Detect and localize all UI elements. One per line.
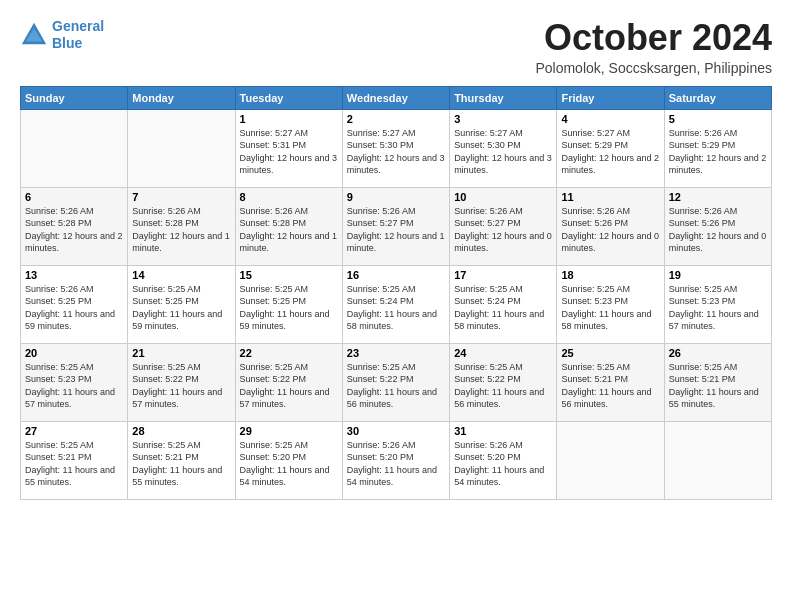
calendar-header-row: Sunday Monday Tuesday Wednesday Thursday… — [21, 86, 772, 109]
day-detail: Sunrise: 5:25 AM Sunset: 5:24 PM Dayligh… — [347, 283, 445, 333]
col-thursday: Thursday — [450, 86, 557, 109]
day-detail: Sunrise: 5:27 AM Sunset: 5:30 PM Dayligh… — [454, 127, 552, 177]
col-monday: Monday — [128, 86, 235, 109]
day-detail: Sunrise: 5:25 AM Sunset: 5:22 PM Dayligh… — [240, 361, 338, 411]
day-detail: Sunrise: 5:25 AM Sunset: 5:23 PM Dayligh… — [561, 283, 659, 333]
table-cell: 20Sunrise: 5:25 AM Sunset: 5:23 PM Dayli… — [21, 343, 128, 421]
day-number: 13 — [25, 269, 123, 281]
day-detail: Sunrise: 5:26 AM Sunset: 5:29 PM Dayligh… — [669, 127, 767, 177]
day-number: 31 — [454, 425, 552, 437]
table-cell: 19Sunrise: 5:25 AM Sunset: 5:23 PM Dayli… — [664, 265, 771, 343]
day-number: 9 — [347, 191, 445, 203]
location: Polomolok, Soccsksargen, Philippines — [535, 60, 772, 76]
month-title: October 2024 — [535, 18, 772, 58]
table-cell — [21, 109, 128, 187]
table-cell: 28Sunrise: 5:25 AM Sunset: 5:21 PM Dayli… — [128, 421, 235, 499]
table-cell — [557, 421, 664, 499]
logo: General Blue — [20, 18, 104, 52]
day-detail: Sunrise: 5:25 AM Sunset: 5:22 PM Dayligh… — [347, 361, 445, 411]
table-cell: 18Sunrise: 5:25 AM Sunset: 5:23 PM Dayli… — [557, 265, 664, 343]
title-block: October 2024 Polomolok, Soccsksargen, Ph… — [535, 18, 772, 76]
table-cell: 9Sunrise: 5:26 AM Sunset: 5:27 PM Daylig… — [342, 187, 449, 265]
table-cell: 2Sunrise: 5:27 AM Sunset: 5:30 PM Daylig… — [342, 109, 449, 187]
day-detail: Sunrise: 5:25 AM Sunset: 5:23 PM Dayligh… — [669, 283, 767, 333]
day-detail: Sunrise: 5:25 AM Sunset: 5:24 PM Dayligh… — [454, 283, 552, 333]
day-number: 22 — [240, 347, 338, 359]
day-detail: Sunrise: 5:25 AM Sunset: 5:21 PM Dayligh… — [132, 439, 230, 489]
page: General Blue October 2024 Polomolok, Soc… — [0, 0, 792, 510]
logo-text: General Blue — [52, 18, 104, 52]
table-cell: 14Sunrise: 5:25 AM Sunset: 5:25 PM Dayli… — [128, 265, 235, 343]
day-detail: Sunrise: 5:26 AM Sunset: 5:28 PM Dayligh… — [240, 205, 338, 255]
table-cell: 3Sunrise: 5:27 AM Sunset: 5:30 PM Daylig… — [450, 109, 557, 187]
table-cell: 10Sunrise: 5:26 AM Sunset: 5:27 PM Dayli… — [450, 187, 557, 265]
calendar: Sunday Monday Tuesday Wednesday Thursday… — [20, 86, 772, 500]
day-detail: Sunrise: 5:26 AM Sunset: 5:27 PM Dayligh… — [454, 205, 552, 255]
table-cell: 6Sunrise: 5:26 AM Sunset: 5:28 PM Daylig… — [21, 187, 128, 265]
day-number: 18 — [561, 269, 659, 281]
day-detail: Sunrise: 5:25 AM Sunset: 5:21 PM Dayligh… — [669, 361, 767, 411]
table-cell: 26Sunrise: 5:25 AM Sunset: 5:21 PM Dayli… — [664, 343, 771, 421]
table-cell — [664, 421, 771, 499]
day-detail: Sunrise: 5:26 AM Sunset: 5:28 PM Dayligh… — [132, 205, 230, 255]
header: General Blue October 2024 Polomolok, Soc… — [20, 18, 772, 76]
day-number: 20 — [25, 347, 123, 359]
day-number: 5 — [669, 113, 767, 125]
table-cell: 12Sunrise: 5:26 AM Sunset: 5:26 PM Dayli… — [664, 187, 771, 265]
day-number: 17 — [454, 269, 552, 281]
table-cell: 5Sunrise: 5:26 AM Sunset: 5:29 PM Daylig… — [664, 109, 771, 187]
col-saturday: Saturday — [664, 86, 771, 109]
day-number: 7 — [132, 191, 230, 203]
day-detail: Sunrise: 5:25 AM Sunset: 5:21 PM Dayligh… — [25, 439, 123, 489]
day-number: 24 — [454, 347, 552, 359]
day-detail: Sunrise: 5:27 AM Sunset: 5:30 PM Dayligh… — [347, 127, 445, 177]
day-number: 28 — [132, 425, 230, 437]
day-detail: Sunrise: 5:26 AM Sunset: 5:26 PM Dayligh… — [561, 205, 659, 255]
day-detail: Sunrise: 5:25 AM Sunset: 5:22 PM Dayligh… — [132, 361, 230, 411]
table-cell: 31Sunrise: 5:26 AM Sunset: 5:20 PM Dayli… — [450, 421, 557, 499]
day-detail: Sunrise: 5:26 AM Sunset: 5:20 PM Dayligh… — [454, 439, 552, 489]
day-number: 15 — [240, 269, 338, 281]
day-number: 23 — [347, 347, 445, 359]
table-cell: 27Sunrise: 5:25 AM Sunset: 5:21 PM Dayli… — [21, 421, 128, 499]
col-wednesday: Wednesday — [342, 86, 449, 109]
day-number: 26 — [669, 347, 767, 359]
logo-general: General — [52, 18, 104, 34]
day-number: 27 — [25, 425, 123, 437]
day-detail: Sunrise: 5:26 AM Sunset: 5:20 PM Dayligh… — [347, 439, 445, 489]
day-detail: Sunrise: 5:27 AM Sunset: 5:29 PM Dayligh… — [561, 127, 659, 177]
logo-icon — [20, 21, 48, 49]
day-number: 29 — [240, 425, 338, 437]
day-detail: Sunrise: 5:27 AM Sunset: 5:31 PM Dayligh… — [240, 127, 338, 177]
table-cell: 29Sunrise: 5:25 AM Sunset: 5:20 PM Dayli… — [235, 421, 342, 499]
day-number: 12 — [669, 191, 767, 203]
table-cell: 24Sunrise: 5:25 AM Sunset: 5:22 PM Dayli… — [450, 343, 557, 421]
table-cell: 15Sunrise: 5:25 AM Sunset: 5:25 PM Dayli… — [235, 265, 342, 343]
day-number: 2 — [347, 113, 445, 125]
table-cell: 30Sunrise: 5:26 AM Sunset: 5:20 PM Dayli… — [342, 421, 449, 499]
day-number: 8 — [240, 191, 338, 203]
day-detail: Sunrise: 5:25 AM Sunset: 5:25 PM Dayligh… — [240, 283, 338, 333]
day-detail: Sunrise: 5:26 AM Sunset: 5:28 PM Dayligh… — [25, 205, 123, 255]
day-number: 25 — [561, 347, 659, 359]
table-cell — [128, 109, 235, 187]
table-cell: 1Sunrise: 5:27 AM Sunset: 5:31 PM Daylig… — [235, 109, 342, 187]
day-detail: Sunrise: 5:25 AM Sunset: 5:22 PM Dayligh… — [454, 361, 552, 411]
day-detail: Sunrise: 5:25 AM Sunset: 5:20 PM Dayligh… — [240, 439, 338, 489]
day-detail: Sunrise: 5:26 AM Sunset: 5:27 PM Dayligh… — [347, 205, 445, 255]
table-cell: 23Sunrise: 5:25 AM Sunset: 5:22 PM Dayli… — [342, 343, 449, 421]
day-number: 6 — [25, 191, 123, 203]
col-friday: Friday — [557, 86, 664, 109]
table-cell: 7Sunrise: 5:26 AM Sunset: 5:28 PM Daylig… — [128, 187, 235, 265]
day-number: 3 — [454, 113, 552, 125]
day-number: 30 — [347, 425, 445, 437]
day-detail: Sunrise: 5:26 AM Sunset: 5:25 PM Dayligh… — [25, 283, 123, 333]
day-detail: Sunrise: 5:25 AM Sunset: 5:21 PM Dayligh… — [561, 361, 659, 411]
col-sunday: Sunday — [21, 86, 128, 109]
day-detail: Sunrise: 5:26 AM Sunset: 5:26 PM Dayligh… — [669, 205, 767, 255]
day-number: 10 — [454, 191, 552, 203]
day-number: 21 — [132, 347, 230, 359]
day-detail: Sunrise: 5:25 AM Sunset: 5:25 PM Dayligh… — [132, 283, 230, 333]
table-cell: 4Sunrise: 5:27 AM Sunset: 5:29 PM Daylig… — [557, 109, 664, 187]
table-cell: 16Sunrise: 5:25 AM Sunset: 5:24 PM Dayli… — [342, 265, 449, 343]
